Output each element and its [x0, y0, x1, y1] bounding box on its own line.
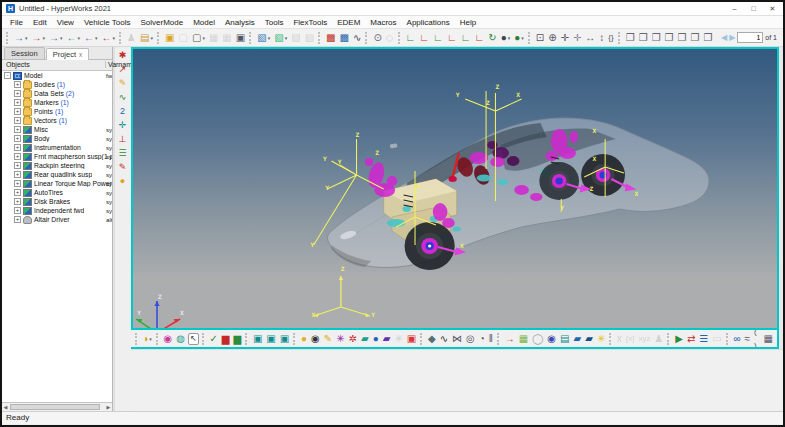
contact-entity-icon[interactable]: ●	[372, 332, 380, 346]
view-top-icon[interactable]: ∟	[460, 31, 472, 45]
tab-session[interactable]: Session	[4, 47, 45, 59]
dropdown-caret-icon[interactable]: ▾	[78, 31, 81, 45]
export-solver-icon[interactable]: ←▾	[66, 31, 82, 45]
scrollbar-thumb[interactable]	[10, 404, 100, 410]
output-entity-icon[interactable]: ▣	[406, 332, 417, 346]
scroll-left-icon[interactable]: ◀	[2, 404, 9, 411]
strip-chart-icon[interactable]: ▤	[559, 332, 570, 346]
cv-joint-icon[interactable]: ◎	[465, 332, 476, 346]
zoom-fit-icon[interactable]: ⊡	[535, 31, 545, 45]
dropdown-caret-icon[interactable]: ▾	[113, 31, 116, 45]
menu-view[interactable]: View	[52, 16, 79, 29]
tree-row[interactable]: +Altair Driveraltair_driver	[2, 215, 112, 224]
toolbar-group-handle[interactable]	[318, 32, 321, 44]
tree-row[interactable]: +Rear quadlink suspsys_rear_susp	[2, 170, 112, 179]
arrow-horizontal-icon[interactable]: ↔	[584, 31, 596, 45]
translate-in-icon[interactable]: ←▾	[83, 31, 99, 45]
menu-flextools[interactable]: FlexTools	[288, 16, 332, 29]
axes-tool-icon[interactable]: ⊥	[116, 132, 129, 146]
tree-row[interactable]: +Bodysys_body	[2, 134, 112, 143]
copy-disabled-icon[interactable]: ▧	[290, 31, 301, 45]
point-entity-icon[interactable]: ●	[300, 332, 308, 346]
toolbar-group-handle[interactable]	[365, 32, 368, 44]
dropdown-caret-icon[interactable]: ▾	[95, 31, 98, 45]
marker-entity-icon[interactable]: ✎	[323, 332, 333, 346]
tree-row[interactable]: +AutoTiressys_tires	[2, 188, 112, 197]
tree-row[interactable]: +Vectors(1)	[2, 116, 112, 125]
dropdown-caret-icon[interactable]: ▾	[25, 31, 28, 45]
toolbar-group-handle[interactable]	[245, 333, 248, 345]
body-entity-icon[interactable]: ◉	[310, 332, 321, 346]
tree-row[interactable]: +Markers(1)	[2, 98, 112, 107]
add-page-icon[interactable]: ▣	[164, 31, 175, 45]
menu-vehicle-tools[interactable]: Vehicle Tools	[79, 16, 136, 29]
wizard-person-icon[interactable]: ♟	[126, 31, 137, 45]
tree-row[interactable]: +Points(1)	[2, 107, 112, 116]
transparency-sphere-icon[interactable]: ◍	[175, 332, 186, 346]
lock-closed-icon[interactable]: ▆	[221, 332, 231, 346]
expand-icon[interactable]: +	[14, 126, 21, 133]
previous-page-icon[interactable]: ◀	[721, 33, 727, 42]
page-layout-icon[interactable]: ▢▾	[191, 31, 206, 45]
snapshot-camera-icon[interactable]: ▣	[252, 332, 263, 346]
toolbar-group-handle[interactable]	[156, 333, 159, 345]
expand-icon[interactable]: +	[14, 90, 21, 97]
flex-graph-icon[interactable]: ≈	[744, 332, 752, 346]
toolbar-group-handle[interactable]	[398, 32, 401, 44]
page-window-3-icon[interactable]: ❐	[651, 31, 662, 45]
tree-row[interactable]: -Modelfw_model	[2, 71, 112, 80]
toolbar-group-handle[interactable]	[135, 333, 138, 345]
surface-entity-icon[interactable]: ▰	[382, 332, 392, 346]
dropdown-caret-icon[interactable]: ▾	[521, 31, 524, 45]
toolbar-group-handle[interactable]	[293, 333, 296, 345]
link-chain-icon[interactable]: ∞	[732, 332, 741, 346]
plane-a-icon[interactable]: ▰	[573, 332, 583, 346]
sync-model-icon[interactable]: ⇄	[686, 332, 696, 346]
dropdown-caret-icon[interactable]: ▾	[285, 31, 288, 45]
expand-icon[interactable]: +	[14, 135, 21, 142]
toolbar-group-handle[interactable]	[667, 333, 670, 345]
zoom-window-icon[interactable]: ✛	[560, 31, 570, 45]
panel-horizontal-scrollbar[interactable]: ◀ ▶	[2, 402, 112, 411]
toolbar-group-handle[interactable]	[249, 32, 252, 44]
page-number-input[interactable]	[737, 32, 763, 43]
tree-row[interactable]: +Disk Brakessys_brakes	[2, 197, 112, 206]
dropdown-caret-icon[interactable]: ▾	[149, 332, 152, 346]
brackets-icon[interactable]: {}	[607, 31, 614, 45]
viewport-3d[interactable]: ZYXZXXZYZYYZYZXYXZXYZYX	[131, 47, 780, 330]
graphic-entity-icon[interactable]: ▰	[360, 332, 370, 346]
copy-page-icon[interactable]: ▧▾	[256, 31, 271, 45]
toolbar-group-handle[interactable]	[420, 333, 423, 345]
dropdown-caret-icon[interactable]: ▾	[151, 31, 154, 45]
tray-icon[interactable]: ▭	[711, 332, 722, 346]
coupler-icon[interactable]: ⋈	[451, 332, 463, 346]
bushing-icon[interactable]: ‖	[488, 332, 494, 346]
pencil-tool-icon[interactable]: ✎	[116, 76, 129, 90]
import-cad-icon[interactable]: →▾	[13, 31, 29, 45]
toolbar-group-handle[interactable]	[528, 32, 531, 44]
menu-analysis[interactable]: Analysis	[220, 16, 260, 29]
tree-row[interactable]: +Miscsys_misc	[2, 125, 112, 134]
expand-icon[interactable]: +	[14, 153, 21, 160]
layout-two-icon[interactable]: ▦	[208, 31, 219, 45]
dropdown-caret-icon[interactable]: ▾	[202, 31, 205, 45]
expression-xyz-icon[interactable]: xyz	[638, 332, 652, 346]
capture-video-icon[interactable]: ▣	[265, 332, 276, 346]
force-entity-icon[interactable]: ✳	[393, 332, 403, 346]
select-arrow-icon[interactable]: ↖	[188, 333, 199, 345]
toolbar-group-handle[interactable]	[119, 32, 122, 44]
view-front-icon[interactable]: ∟	[405, 31, 417, 45]
expand-icon[interactable]: +	[14, 216, 21, 223]
view-back-icon[interactable]: ∟	[418, 31, 430, 45]
expand-icon[interactable]: +	[14, 144, 21, 151]
page-window-2-icon[interactable]: ❐	[638, 31, 649, 45]
curve-tool-icon[interactable]: ∿	[116, 90, 129, 104]
maximize-button[interactable]: □	[745, 3, 762, 14]
zoom-select-icon[interactable]: ⊙	[372, 31, 382, 45]
joint-entity-icon[interactable]: ✳	[335, 332, 345, 346]
collapse-icon[interactable]: -	[4, 72, 11, 79]
dropdown-caret-icon[interactable]: ▾	[508, 31, 511, 45]
menu-edit[interactable]: Edit	[28, 16, 52, 29]
scroll-right-icon[interactable]: ▶	[105, 404, 112, 411]
plane-2d-tool-icon[interactable]: 2	[116, 104, 129, 118]
